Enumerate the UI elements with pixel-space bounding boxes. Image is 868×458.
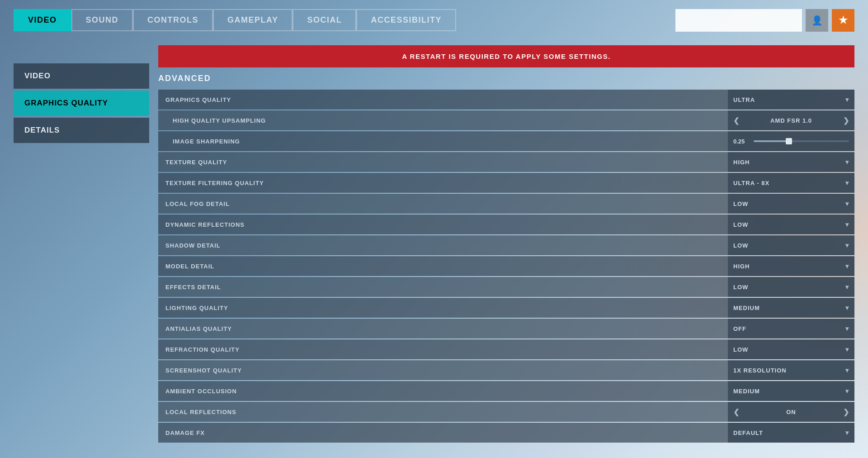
nav-tab-accessibility[interactable]: ACCESSIBILITY [356, 9, 456, 31]
setting-row-dynamic_reflections: DYNAMIC REFLECTIONSLOW▾ [158, 215, 854, 234]
setting-label-antialias_quality: ANTIALIAS QUALITY [158, 325, 728, 332]
setting-value-refraction_quality: LOW [733, 346, 748, 353]
nav-tab-gameplay[interactable]: GAMEPLAY [213, 9, 292, 31]
arrow-right-icon[interactable]: ❯ [841, 408, 851, 416]
setting-label-refraction_quality: REFRACTION QUALITY [158, 346, 728, 353]
setting-row-model_detail: MODEL DETAILHIGH▾ [158, 256, 854, 276]
slider-track[interactable] [754, 140, 849, 142]
setting-value-local_fog_detail: LOW [733, 200, 748, 207]
setting-row-ambient_occlusion: AMBIENT OCCLUSIONMEDIUM▾ [158, 381, 854, 401]
settings-table: GRAPHICS QUALITYULTRA▾HIGH QUALITY UPSAM… [158, 90, 854, 443]
setting-arrow-local_reflections[interactable]: ❮ON❯ [728, 402, 854, 422]
chevron-down-icon: ▾ [845, 200, 849, 207]
chevron-down-icon: ▾ [845, 221, 849, 228]
search-bar[interactable] [675, 9, 802, 32]
profile-icon-btn[interactable]: 👤 [806, 9, 828, 32]
setting-dropdown-dynamic_reflections[interactable]: LOW▾ [728, 215, 854, 234]
setting-row-damage_fx: DAMAGE FXDEFAULT▾ [158, 423, 854, 443]
setting-value-effects_detail: LOW [733, 284, 748, 291]
section-title: ADVANCED [158, 72, 854, 85]
setting-row-texture_quality: TEXTURE QUALITYHIGH▾ [158, 152, 854, 172]
crown-icon: ★ [839, 14, 848, 26]
setting-value-high_quality_upsampling: AMD FSR 1.0 [770, 117, 812, 124]
setting-label-ambient_occlusion: AMBIENT OCCLUSION [158, 388, 728, 395]
setting-value-texture_quality: HIGH [733, 159, 750, 166]
setting-label-texture_filtering_quality: TEXTURE FILTERING QUALITY [158, 180, 728, 186]
person-icon: 👤 [811, 15, 823, 26]
setting-row-image_sharpening: IMAGE SHARPENING0.25 [158, 131, 854, 151]
setting-value-model_detail: HIGH [733, 263, 750, 270]
nav-tab-video[interactable]: VIDEO [14, 9, 71, 31]
sidebar-item-video[interactable]: VIDEO [14, 63, 149, 89]
setting-slider-image_sharpening[interactable]: 0.25 [728, 131, 854, 151]
setting-dropdown-effects_detail[interactable]: LOW▾ [728, 277, 854, 297]
setting-value-texture_filtering_quality: ULTRA - 8X [733, 180, 769, 186]
setting-value-local_reflections: ON [786, 409, 796, 415]
setting-dropdown-local_fog_detail[interactable]: LOW▾ [728, 194, 854, 214]
setting-value-ambient_occlusion: MEDIUM [733, 388, 760, 395]
setting-label-screenshot_quality: SCREENSHOT QUALITY [158, 367, 728, 374]
setting-row-shadow_detail: SHADOW DETAILLOW▾ [158, 235, 854, 255]
nav-tab-social[interactable]: SOCIAL [292, 9, 356, 31]
setting-row-antialias_quality: ANTIALIAS QUALITYOFF▾ [158, 319, 854, 339]
arrow-left-icon[interactable]: ❮ [731, 116, 741, 125]
crown-icon-btn[interactable]: ★ [832, 9, 854, 32]
setting-dropdown-texture_filtering_quality[interactable]: ULTRA - 8X▾ [728, 173, 854, 193]
setting-value-graphics_quality: ULTRA [733, 96, 755, 103]
setting-label-model_detail: MODEL DETAIL [158, 263, 728, 270]
setting-value-damage_fx: DEFAULT [733, 429, 763, 436]
setting-label-image_sharpening: IMAGE SHARPENING [158, 138, 728, 145]
setting-dropdown-screenshot_quality[interactable]: 1X RESOLUTION▾ [728, 360, 854, 380]
chevron-down-icon: ▾ [845, 242, 849, 249]
chevron-down-icon: ▾ [845, 158, 849, 166]
restart-banner-text: A RESTART IS REQUIRED TO APPLY SOME SETT… [402, 52, 611, 60]
arrow-right-icon[interactable]: ❯ [841, 116, 851, 125]
sidebar-item-details[interactable]: DETAILS [14, 118, 149, 143]
setting-dropdown-model_detail[interactable]: HIGH▾ [728, 256, 854, 276]
top-navigation: VIDEOSOUNDCONTROLSGAMEPLAYSOCIALACCESSIB… [14, 9, 456, 31]
right-panel: A RESTART IS REQUIRED TO APPLY SOME SETT… [158, 45, 854, 449]
setting-label-graphics_quality: GRAPHICS QUALITY [158, 96, 728, 103]
setting-label-local_fog_detail: LOCAL FOG DETAIL [158, 200, 728, 207]
chevron-down-icon: ▾ [845, 304, 849, 311]
slider-thumb[interactable] [786, 138, 792, 144]
nav-tab-sound[interactable]: SOUND [71, 9, 133, 31]
setting-dropdown-texture_quality[interactable]: HIGH▾ [728, 152, 854, 172]
setting-value-lighting_quality: MEDIUM [733, 305, 760, 311]
setting-label-dynamic_reflections: DYNAMIC REFLECTIONS [158, 221, 728, 228]
chevron-down-icon: ▾ [845, 367, 849, 374]
setting-dropdown-graphics_quality[interactable]: ULTRA▾ [728, 90, 854, 110]
nav-tab-controls[interactable]: CONTROLS [133, 9, 213, 31]
arrow-left-icon[interactable]: ❮ [731, 408, 741, 416]
setting-label-shadow_detail: SHADOW DETAIL [158, 242, 728, 249]
chevron-down-icon: ▾ [845, 179, 849, 186]
restart-banner: A RESTART IS REQUIRED TO APPLY SOME SETT… [158, 45, 854, 67]
setting-row-high_quality_upsampling: HIGH QUALITY UPSAMPLING❮AMD FSR 1.0❯ [158, 110, 854, 130]
setting-dropdown-damage_fx[interactable]: DEFAULT▾ [728, 423, 854, 443]
setting-label-texture_quality: TEXTURE QUALITY [158, 159, 728, 166]
setting-label-effects_detail: EFFECTS DETAIL [158, 284, 728, 291]
setting-arrow-high_quality_upsampling[interactable]: ❮AMD FSR 1.0❯ [728, 110, 854, 130]
chevron-down-icon: ▾ [845, 429, 849, 436]
setting-dropdown-ambient_occlusion[interactable]: MEDIUM▾ [728, 381, 854, 401]
chevron-down-icon: ▾ [845, 96, 849, 103]
setting-row-screenshot_quality: SCREENSHOT QUALITY1X RESOLUTION▾ [158, 360, 854, 380]
setting-row-effects_detail: EFFECTS DETAILLOW▾ [158, 277, 854, 297]
setting-label-local_reflections: LOCAL REFLECTIONS [158, 409, 728, 415]
setting-value-dynamic_reflections: LOW [733, 221, 748, 228]
setting-row-graphics_quality: GRAPHICS QUALITYULTRA▾ [158, 90, 854, 110]
setting-row-local_reflections: LOCAL REFLECTIONS❮ON❯ [158, 402, 854, 422]
setting-label-high_quality_upsampling: HIGH QUALITY UPSAMPLING [158, 117, 728, 124]
setting-value-shadow_detail: LOW [733, 242, 748, 249]
sidebar-item-graphics_quality[interactable]: GRAPHICS QUALITY [14, 91, 149, 116]
chevron-down-icon: ▾ [845, 283, 849, 291]
setting-dropdown-shadow_detail[interactable]: LOW▾ [728, 235, 854, 255]
setting-dropdown-antialias_quality[interactable]: OFF▾ [728, 319, 854, 339]
setting-dropdown-refraction_quality[interactable]: LOW▾ [728, 339, 854, 359]
setting-dropdown-lighting_quality[interactable]: MEDIUM▾ [728, 298, 854, 318]
chevron-down-icon: ▾ [845, 346, 849, 353]
main-content: VIDEOGRAPHICS QUALITYDETAILS A RESTART I… [14, 45, 854, 449]
setting-value-screenshot_quality: 1X RESOLUTION [733, 367, 787, 374]
chevron-down-icon: ▾ [845, 262, 849, 270]
setting-value-image_sharpening: 0.25 [733, 138, 749, 145]
